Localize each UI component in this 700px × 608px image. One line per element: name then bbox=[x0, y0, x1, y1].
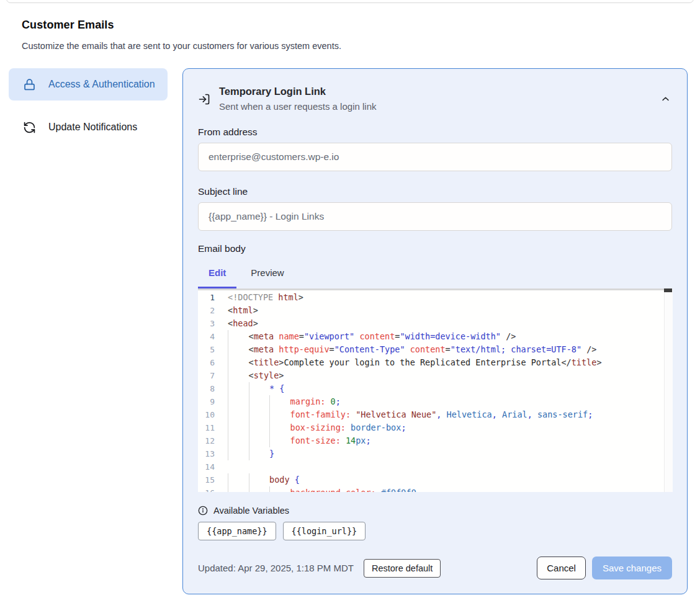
available-variables-label: Available Variables bbox=[213, 506, 289, 516]
code-line[interactable]: 12 font-size: 14px; bbox=[198, 434, 664, 447]
line-number: 1 bbox=[198, 291, 228, 304]
card-footer: Updated: Apr 29, 2025, 1:18 PM MDT Resto… bbox=[198, 557, 672, 579]
chevron-up-icon bbox=[661, 94, 670, 104]
code-line[interactable]: 16 background-color: #f9f9f9 bbox=[198, 486, 664, 492]
code-line[interactable]: 2<html> bbox=[198, 304, 664, 317]
code-line[interactable]: 15 body { bbox=[198, 473, 664, 486]
save-changes-button[interactable]: Save changes bbox=[592, 557, 672, 579]
code-line[interactable]: 1<!DOCTYPE html> bbox=[198, 291, 664, 304]
variable-chip[interactable]: {{app_name}} bbox=[198, 522, 276, 540]
temporary-login-link-card: Temporary Login Link Sent when a user re… bbox=[182, 68, 688, 594]
line-number: 3 bbox=[198, 317, 228, 330]
line-number: 16 bbox=[198, 486, 228, 492]
code-text: } bbox=[228, 447, 274, 460]
line-number: 12 bbox=[198, 434, 228, 447]
code-text: background-color: #f9f9f9 bbox=[228, 486, 416, 492]
line-number: 14 bbox=[198, 460, 228, 473]
sidebar-item-update-notifications[interactable]: Update Notifications bbox=[9, 111, 168, 143]
subject-line-label: Subject line bbox=[198, 186, 672, 197]
available-variables-header: Available Variables bbox=[198, 506, 672, 516]
info-icon bbox=[198, 506, 208, 516]
line-number: 2 bbox=[198, 304, 228, 317]
line-number: 10 bbox=[198, 408, 228, 421]
code-line[interactable]: 14 bbox=[198, 460, 664, 473]
line-number: 13 bbox=[198, 447, 228, 460]
line-number: 15 bbox=[198, 473, 228, 486]
email-body-label: Email body bbox=[198, 243, 672, 254]
page-subtitle: Customize the emails that are sent to yo… bbox=[22, 41, 341, 51]
code-line[interactable]: 9 margin: 0; bbox=[198, 395, 664, 408]
line-number: 4 bbox=[198, 330, 228, 343]
code-text: <meta http-equiv="Content-Type" content=… bbox=[228, 343, 596, 356]
line-number: 8 bbox=[198, 382, 228, 395]
restore-default-button[interactable]: Restore default bbox=[364, 559, 441, 578]
code-text: font-family: "Helvetica Neue", Helvetica… bbox=[228, 408, 593, 421]
line-number: 9 bbox=[198, 395, 228, 408]
subject-line-input[interactable] bbox=[198, 202, 672, 231]
code-text: <html> bbox=[228, 304, 258, 317]
email-types-sidebar: Access & Authentication Update Notificat… bbox=[9, 68, 168, 143]
lock-icon bbox=[22, 78, 36, 91]
refresh-icon bbox=[22, 120, 36, 134]
footer-actions: Cancel Save changes bbox=[537, 557, 672, 579]
sidebar-item-label: Update Notifications bbox=[48, 120, 137, 135]
code-line[interactable]: 3<head> bbox=[198, 317, 664, 330]
code-line[interactable]: 7 <style> bbox=[198, 369, 664, 382]
code-text: <style> bbox=[228, 369, 284, 382]
page-title: Customer Emails bbox=[22, 19, 114, 32]
code-lines: 1<!DOCTYPE html>2<html>3<head>4 <meta na… bbox=[198, 291, 664, 492]
variable-chips: {{app_name}}{{login_url}} bbox=[198, 522, 672, 540]
code-text: <title>Complete your login to the Replic… bbox=[228, 356, 602, 369]
card-header: Temporary Login Link Sent when a user re… bbox=[198, 86, 672, 112]
code-line[interactable]: 10 font-family: "Helvetica Neue", Helvet… bbox=[198, 408, 664, 421]
previous-card-bottom-edge bbox=[6, 0, 694, 3]
from-address-input[interactable] bbox=[198, 143, 672, 171]
code-line[interactable]: 13 } bbox=[198, 447, 664, 460]
log-in-icon bbox=[198, 93, 210, 105]
variable-chip[interactable]: {{login_url}} bbox=[283, 522, 366, 540]
code-line[interactable]: 6 <title>Complete your login to the Repl… bbox=[198, 356, 664, 369]
code-text: font-size: 14px; bbox=[228, 434, 371, 447]
code-text: box-sizing: border-box; bbox=[228, 421, 406, 434]
code-text: <!DOCTYPE html> bbox=[228, 291, 303, 304]
email-body-code-editor[interactable]: 1<!DOCTYPE html>2<html>3<head>4 <meta na… bbox=[198, 288, 673, 492]
code-line[interactable]: 11 box-sizing: border-box; bbox=[198, 421, 664, 434]
updated-timestamp: Updated: Apr 29, 2025, 1:18 PM MDT bbox=[198, 563, 354, 573]
card-subtitle: Sent when a user requests a login link bbox=[219, 101, 376, 112]
code-text: <meta name="viewport" content="width=dev… bbox=[228, 330, 516, 343]
tab-preview[interactable]: Preview bbox=[240, 264, 294, 288]
code-line[interactable]: 8 * { bbox=[198, 382, 664, 395]
sidebar-item-label: Access & Authentication bbox=[48, 77, 155, 92]
line-number: 5 bbox=[198, 343, 228, 356]
cancel-button[interactable]: Cancel bbox=[537, 557, 586, 579]
tab-edit[interactable]: Edit bbox=[198, 264, 236, 288]
editor-scrollbar-thumb[interactable] bbox=[664, 288, 672, 292]
sidebar-item-access-authentication[interactable]: Access & Authentication bbox=[9, 68, 168, 101]
from-address-label: From address bbox=[198, 127, 672, 138]
code-text: * { bbox=[228, 382, 284, 395]
code-line[interactable]: 5 <meta http-equiv="Content-Type" conten… bbox=[198, 343, 664, 356]
card-header-text: Temporary Login Link Sent when a user re… bbox=[219, 86, 376, 112]
line-number: 7 bbox=[198, 369, 228, 382]
line-number: 11 bbox=[198, 421, 228, 434]
editor-top-scroll-track bbox=[198, 288, 664, 290]
code-line[interactable]: 4 <meta name="viewport" content="width=d… bbox=[198, 330, 664, 343]
code-text: body { bbox=[228, 473, 300, 486]
line-number: 6 bbox=[198, 356, 228, 369]
editor-vertical-scrollbar[interactable] bbox=[664, 288, 673, 492]
email-body-tabs: Edit Preview bbox=[198, 264, 672, 288]
code-text: margin: 0; bbox=[228, 395, 341, 408]
card-title: Temporary Login Link bbox=[219, 86, 376, 97]
code-text: <head> bbox=[228, 317, 258, 330]
collapse-button[interactable] bbox=[660, 93, 671, 104]
